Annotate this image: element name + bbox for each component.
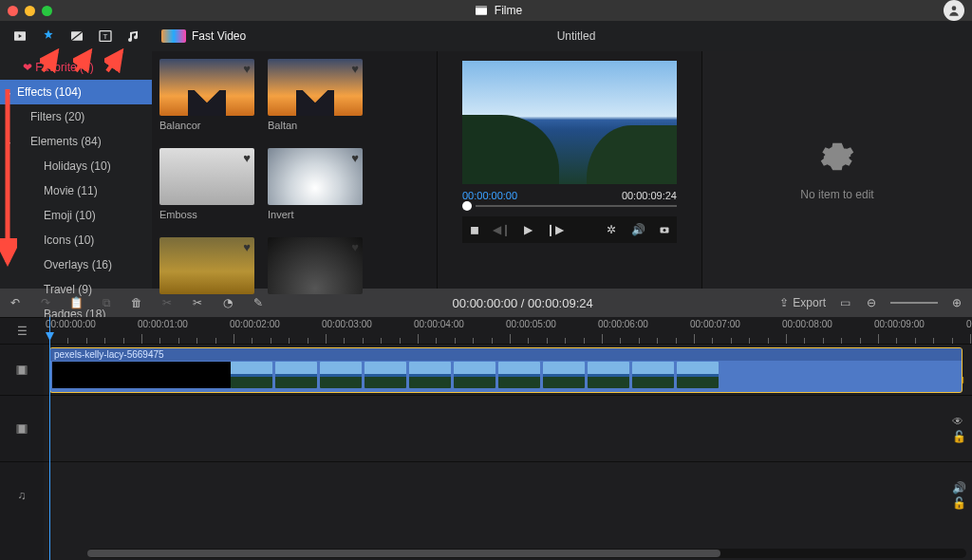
ruler-label: 00:00:05:00 — [506, 319, 556, 329]
sidebar-item[interactable]: Icons (10) — [0, 228, 152, 252]
sidebar-item[interactable]: Overlays (16) — [0, 252, 152, 277]
ruler-label: 00:00:03:00 — [322, 319, 372, 329]
sidebar-item[interactable]: Filters (20) — [0, 104, 152, 129]
ruler-label: 00:00:04:00 — [414, 319, 464, 329]
window-controls — [8, 6, 52, 16]
media-icon — [12, 28, 28, 44]
prev-frame-button[interactable]: ◀❙ — [495, 223, 508, 236]
transitions-icon — [69, 28, 84, 44]
media-tab[interactable] — [6, 24, 34, 48]
main-area: ❤ Favorite (0) ▾Effects (104) Filters (2… — [0, 51, 972, 289]
sidebar-item-label: Travel (9) — [44, 283, 92, 296]
sidebar-item[interactable]: Movie (11) — [0, 178, 152, 203]
video-track-1[interactable]: pexels-kelly-lacy-5669475 — [44, 344, 972, 395]
playhead[interactable] — [49, 317, 50, 560]
ruler-label: 00:00:01:00 — [138, 319, 188, 329]
track-headers: ☰ 👁🔓 👁🔓 ♫ 🔊🔓 — [0, 317, 44, 560]
color-button[interactable]: ✎ — [251, 296, 266, 309]
ruler-label: 00:00:06:00 — [598, 319, 648, 329]
timeline-hscroll[interactable] — [87, 549, 966, 558]
audio-track-header[interactable]: ♫ 🔊🔓 — [0, 461, 44, 528]
preview-scrubber[interactable] — [462, 201, 677, 211]
sidebar-item[interactable]: ▾Elements (84) — [0, 129, 152, 154]
heart-icon[interactable]: ♥ — [351, 151, 359, 165]
crop-button[interactable]: ✂ — [190, 296, 205, 309]
heart-icon[interactable]: ♥ — [243, 62, 251, 76]
svg-rect-15 — [17, 365, 19, 374]
play-button[interactable]: ▶ — [521, 223, 534, 236]
sidebar-item-label: Overlays (16) — [44, 258, 112, 271]
video-track-2-header[interactable]: 👁🔓 — [0, 395, 44, 461]
maximize-window[interactable] — [42, 6, 52, 16]
video-clip[interactable]: pexels-kelly-lacy-5669475 — [49, 347, 963, 393]
next-frame-button[interactable]: ❙▶ — [548, 223, 561, 236]
effects-icon — [41, 28, 56, 44]
export-button[interactable]: ⇪ Export — [779, 296, 826, 309]
heart-icon[interactable]: ♥ — [351, 240, 359, 254]
timeline-hscroll-thumb[interactable] — [87, 550, 720, 557]
annotation-arrow-effects — [40, 46, 68, 74]
thumb-label: Balancor — [159, 120, 256, 131]
film-icon — [14, 363, 29, 378]
close-window[interactable] — [8, 6, 18, 16]
svg-line-1 — [76, 51, 90, 71]
app-title: Filme — [52, 3, 944, 18]
annotation-arrow-text — [104, 46, 133, 74]
ruler-label: 00:00:09:00 — [874, 319, 925, 329]
ruler-label: 00:00:00:00 — [46, 319, 96, 329]
account-button[interactable] — [944, 0, 964, 21]
sidebar-item-label: Filters (20) — [30, 110, 84, 123]
sidebar-item[interactable]: Holidays (10) — [0, 154, 152, 178]
copy-button[interactable]: ⧉ — [99, 296, 114, 309]
properties-panel: No item to edit — [702, 51, 972, 289]
zoom-slider[interactable] — [890, 302, 938, 304]
annotation-arrow-transitions — [73, 46, 102, 74]
svg-line-0 — [43, 51, 57, 71]
timeline-ruler[interactable]: 00:00:00:0000:00:01:0000:00:02:0000:00:0… — [44, 317, 972, 344]
preview-controls: ◼ ◀❙ ▶ ❙▶ ✲ 🔊 — [462, 216, 677, 243]
video-track-2[interactable] — [44, 395, 972, 461]
fast-video-button[interactable]: Fast Video — [161, 29, 246, 43]
music-icon: ♫ — [18, 489, 27, 502]
sidebar-item-label: Elements (84) — [30, 135, 102, 148]
sidebar-item-label: Icons (10) — [44, 233, 94, 247]
annotation-arrow-sidebar — [0, 85, 17, 275]
heart-icon[interactable]: ♥ — [243, 240, 251, 254]
ruler-label: 00:0 — [966, 319, 972, 329]
preview-volume-button[interactable]: 🔊 — [631, 223, 645, 236]
ruler-label: 00:00:08:00 — [782, 319, 832, 329]
film-icon — [14, 421, 29, 437]
music-icon — [126, 28, 141, 44]
zoom-out-button[interactable]: ⊖ — [864, 296, 879, 309]
svg-rect-16 — [25, 365, 27, 374]
audio-track[interactable] — [44, 461, 972, 528]
timeline-tracks-area[interactable]: 00:00:00:0000:00:01:0000:00:02:0000:00:0… — [44, 317, 972, 560]
preview-panel: 00:00:00:00 00:00:09:24 ◼ ◀❙ ▶ ❙▶ ✲ 🔊 — [437, 51, 702, 289]
svg-rect-5 — [476, 6, 487, 8]
effect-thumb[interactable]: ♥Baltan — [268, 59, 364, 142]
svg-point-6 — [952, 6, 957, 10]
split-button[interactable]: ✂ — [159, 296, 175, 309]
redo-button[interactable]: ↷ — [38, 296, 53, 309]
minimize-window[interactable] — [25, 6, 35, 16]
thumb-label: Baltan — [268, 120, 364, 131]
heart-icon[interactable]: ♥ — [351, 62, 359, 76]
preview-settings-button[interactable]: ✲ — [605, 223, 618, 236]
video-track-1-header[interactable]: 👁🔓 — [0, 344, 44, 395]
effect-thumb[interactable]: ♥Emboss — [159, 148, 256, 232]
heart-icon[interactable]: ♥ — [243, 151, 251, 165]
preview-viewport[interactable] — [462, 61, 677, 184]
sidebar-effects[interactable]: ▾Effects (104) — [0, 80, 152, 104]
speed-button[interactable]: ◔ — [220, 296, 235, 309]
zoom-in-button[interactable]: ⊕ — [949, 296, 964, 309]
fit-button[interactable]: ▭ — [837, 296, 852, 309]
sidebar-item[interactable]: Travel (9) — [0, 277, 152, 302]
preview-timecodes: 00:00:00:00 00:00:09:24 — [462, 190, 677, 201]
sidebar-item[interactable]: Emoji (10) — [0, 203, 152, 228]
effect-thumb[interactable]: ♥Balancor — [159, 59, 256, 142]
stop-button[interactable]: ◼ — [468, 223, 481, 236]
preview-snapshot-button[interactable] — [658, 223, 671, 236]
effect-thumb[interactable]: ♥Invert — [268, 148, 364, 232]
preview-current-time: 00:00:00:00 — [462, 190, 517, 201]
preview-duration: 00:00:09:24 — [622, 190, 677, 201]
